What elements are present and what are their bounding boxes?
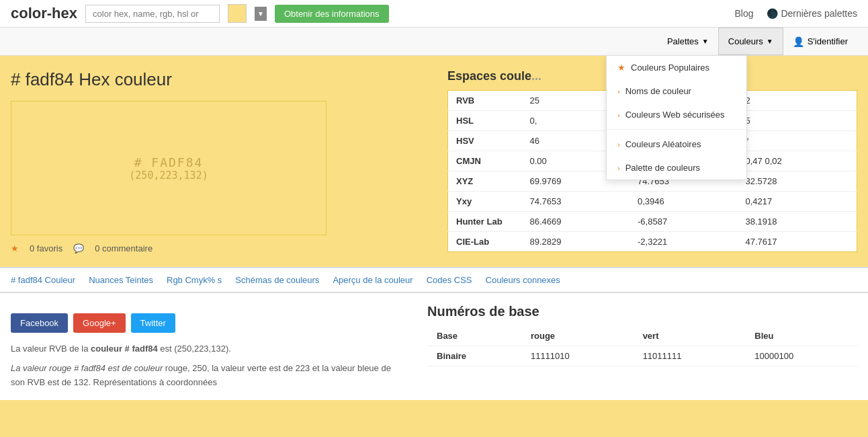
numbers-title: Numéros de base xyxy=(427,304,857,319)
favorites-row: ★ 0 favoris 💬 0 commentaire xyxy=(11,243,427,253)
chevron-right-icon4: › xyxy=(617,164,620,172)
swatch-hex-text: # FADF84 xyxy=(134,155,204,169)
description-text: La valeur RVB de la couleur # fadf84 est… xyxy=(11,342,400,356)
swatch-rgb-text: (250,223,132) xyxy=(129,169,208,182)
social-row: Facebook Google+ Twitter xyxy=(11,313,400,333)
color-bold: couleur # fadf84 xyxy=(91,344,158,354)
sign-in-btn[interactable]: 👤 S'identifier xyxy=(783,28,857,55)
web-safe-item[interactable]: › Couleurs Web sécurisées xyxy=(607,103,746,126)
header: color-hex ▼ Obtenir des informations Blo… xyxy=(0,0,868,28)
color-arrow-btn[interactable]: ▼ xyxy=(255,7,267,21)
facebook-button[interactable]: Facebook xyxy=(11,313,68,333)
table-row: Hunter Lab86.4669-6,858738.1918 xyxy=(448,212,857,232)
comment-icon: 💬 xyxy=(73,243,84,253)
left-panel: # fadf84 Hex couleur # FADF84 (250,223,1… xyxy=(11,69,427,253)
numbers-col-bleu: Bleu xyxy=(745,326,857,346)
chevron-right-icon2: › xyxy=(617,111,620,119)
star-icon: ★ xyxy=(617,63,625,73)
random-item[interactable]: › Couleurs Aléatoires xyxy=(607,132,746,156)
bottom-right: Numéros de base Base rouge vert Bleu Bin… xyxy=(427,304,857,389)
bottom-left: Facebook Google+ Twitter La valeur RVB d… xyxy=(11,304,400,389)
navbar2: Palettes ▼ Couleurs ▼ 👤 S'identifier ★ C… xyxy=(0,28,868,56)
palette-item[interactable]: › Palette de couleurs xyxy=(607,156,746,180)
tab-apercu[interactable]: Aperçu de la couleur xyxy=(333,275,413,285)
moon-icon: 🌑 xyxy=(767,8,778,19)
description-text-2: La valeur rouge # fadf84 est de couleur … xyxy=(11,362,400,390)
twitter-button[interactable]: Twitter xyxy=(131,313,175,333)
google-button[interactable]: Google+ xyxy=(73,313,126,333)
user-icon: 👤 xyxy=(793,36,804,47)
sub-nav: # fadf84 Couleur Nuances Teintes Rgb Cmy… xyxy=(0,267,868,293)
numbers-col-vert: vert xyxy=(634,326,746,346)
couleurs-btn[interactable]: Couleurs ▼ xyxy=(718,28,783,55)
tab-codes-css[interactable]: Codes CSS xyxy=(427,275,472,285)
popular-colors-item[interactable]: ★ Couleurs Populaires xyxy=(607,56,746,79)
tab-nuances[interactable]: Nuances Teintes xyxy=(89,275,153,285)
numbers-col-base: Base xyxy=(427,326,521,346)
chevron-right-icon: › xyxy=(617,87,620,95)
table-row: CIE-Lab89.2829-2,322147.7617 xyxy=(448,232,857,252)
page-title: # fadf84 Hex couleur xyxy=(11,69,427,90)
search-input[interactable] xyxy=(85,5,220,23)
numbers-table: Base rouge vert Bleu Binaire111110101101… xyxy=(427,326,857,366)
favorites-count: 0 favoris xyxy=(30,243,62,253)
bottom-section: Facebook Google+ Twitter La valeur RVB d… xyxy=(0,293,868,400)
header-right: Blog 🌑 Dernières palettes xyxy=(734,8,857,19)
couleurs-arrow-icon: ▼ xyxy=(767,38,773,45)
info-button[interactable]: Obtenir des informations xyxy=(275,5,389,23)
tab-schemas[interactable]: Schémas de couleurs xyxy=(235,275,319,285)
color-names-item[interactable]: › Noms de couleur xyxy=(607,79,746,103)
table-row: Yxy74.76530,39460,4217 xyxy=(448,192,857,212)
palettes-arrow-icon: ▼ xyxy=(702,38,709,45)
star-fav-icon: ★ xyxy=(11,243,19,253)
comments-count: 0 commentaire xyxy=(95,243,153,253)
color-preview xyxy=(228,4,247,23)
tab-fadf84-couleur[interactable]: # fadf84 Couleur xyxy=(11,275,75,285)
color-swatch: # FADF84 (250,223,132) xyxy=(11,101,327,235)
palettes-btn[interactable]: Palettes ▼ xyxy=(658,28,718,55)
chevron-right-icon3: › xyxy=(617,141,620,149)
logo[interactable]: color-hex xyxy=(11,5,77,22)
table-row: Binaire111110101101111110000100 xyxy=(427,346,857,366)
tab-rgb-cmyk[interactable]: Rgb Cmyk% s xyxy=(167,275,222,285)
couleurs-dropdown: ★ Couleurs Populaires › Noms de couleur … xyxy=(606,55,747,180)
blog-link[interactable]: Blog xyxy=(734,8,753,19)
last-palettes-link[interactable]: 🌑 Dernières palettes xyxy=(767,8,857,19)
tab-couleurs-connexes[interactable]: Couleurs connexes xyxy=(486,275,560,285)
numbers-col-rouge: rouge xyxy=(521,326,634,346)
menu-divider xyxy=(607,129,746,130)
